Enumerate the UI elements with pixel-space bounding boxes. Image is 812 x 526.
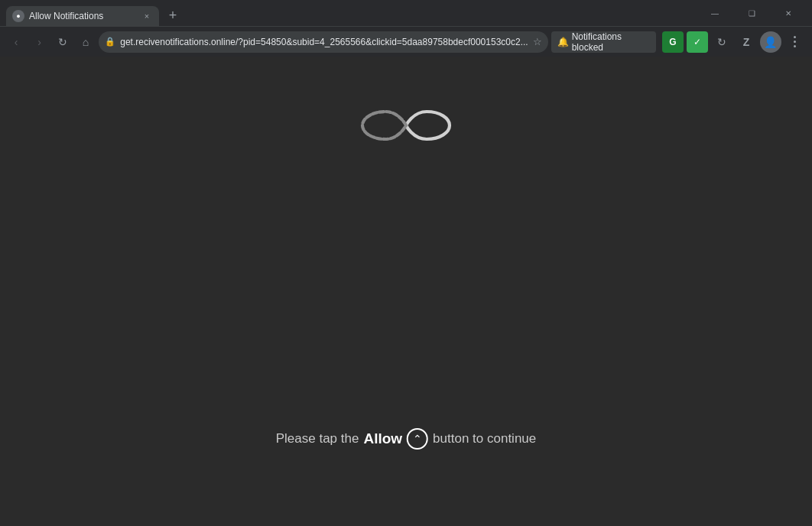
infinity-logo <box>360 95 452 159</box>
browser-toolbar: ‹ › ↻ ⌂ 🔒 get.recivenotifications.online… <box>0 26 812 57</box>
chevron-up-icon: ⌃ <box>413 433 422 445</box>
close-button[interactable]: ✕ <box>771 0 806 26</box>
notifications-blocked-label: Notifications blocked <box>572 31 650 53</box>
bottom-instruction-text: Please tap the Allow ⌃ button to continu… <box>276 428 537 450</box>
maximize-button[interactable]: ❑ <box>734 0 769 26</box>
new-tab-button[interactable]: + <box>162 5 184 26</box>
extensions-area: G ✓ ↻ Z 👤 <box>662 31 806 53</box>
address-bar[interactable]: 🔒 get.recivenotifications.online/?pid=54… <box>99 31 547 53</box>
tab-favicon: ● <box>12 10 24 22</box>
extension-z-icon[interactable]: Z <box>736 31 757 53</box>
address-text: get.recivenotifications.online/?pid=5485… <box>120 37 528 47</box>
extension-green-icon[interactable]: G <box>662 31 684 53</box>
reload-button[interactable]: ↻ <box>53 31 73 53</box>
bookmark-icon[interactable]: ☆ <box>533 36 542 47</box>
allow-circle-icon: ⌃ <box>407 428 428 450</box>
profile-avatar[interactable]: 👤 <box>760 31 781 53</box>
extension-refresh-icon[interactable]: ↻ <box>711 31 732 53</box>
browser-frame: ● Allow Notifications × + — ❑ ✕ ‹ › ↻ ⌂ … <box>0 0 812 526</box>
tab-title: Allow Notifications <box>29 11 136 21</box>
extension-check-icon[interactable]: ✓ <box>687 31 708 53</box>
lock-icon: 🔒 <box>105 37 115 47</box>
prefix-text: Please tap the <box>276 431 359 446</box>
avatar-icon: 👤 <box>764 36 777 48</box>
window-controls: — ❑ ✕ <box>697 0 806 26</box>
browser-tab[interactable]: ● Allow Notifications × <box>6 6 159 26</box>
home-button[interactable]: ⌂ <box>76 31 96 53</box>
page-content: Please tap the Allow ⌃ button to continu… <box>0 57 812 526</box>
back-button[interactable]: ‹ <box>6 31 26 53</box>
notifications-blocked-badge[interactable]: 🔔 Notifications blocked <box>551 31 656 53</box>
suffix-text: button to continue <box>433 431 536 446</box>
title-bar: ● Allow Notifications × + — ❑ ✕ <box>0 0 812 26</box>
minimize-button[interactable]: — <box>697 0 732 26</box>
tab-close-button[interactable]: × <box>141 10 153 22</box>
allow-word: Allow <box>363 430 402 447</box>
tab-strip: ● Allow Notifications × + <box>6 0 697 26</box>
menu-button[interactable] <box>784 31 806 53</box>
forward-button[interactable]: › <box>29 31 49 53</box>
bell-icon: 🔔 <box>557 37 569 47</box>
menu-dots-icon <box>794 36 796 47</box>
